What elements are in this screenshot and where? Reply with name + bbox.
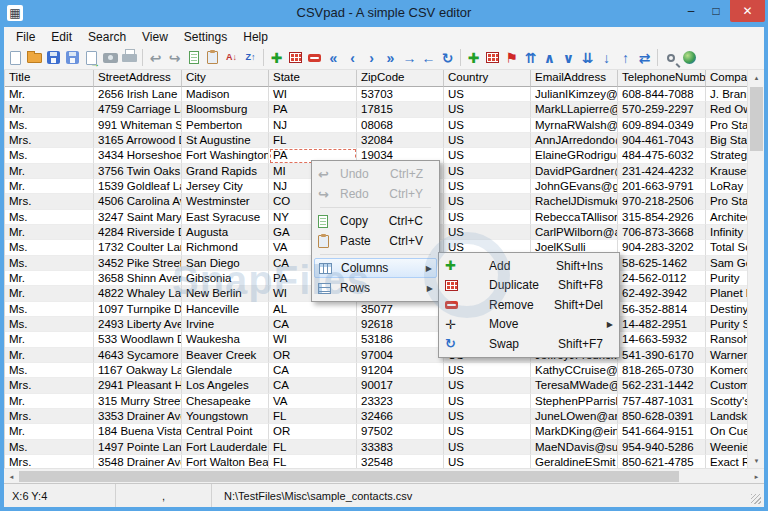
- column-header-country[interactable]: Country: [444, 70, 531, 87]
- swap-rows-icon[interactable]: ⇄: [635, 48, 654, 68]
- table-cell[interactable]: Pro Star: [706, 118, 747, 133]
- table-cell[interactable]: JuneLOwen@an: [531, 409, 618, 424]
- table-cell[interactable]: Warner E: [706, 348, 747, 363]
- table-cell[interactable]: Mrs.: [5, 133, 94, 148]
- table-cell[interactable]: OR: [269, 424, 357, 439]
- next-column-icon[interactable]: ›: [362, 48, 381, 68]
- table-cell[interactable]: 904-461-7043: [618, 133, 706, 148]
- table-cell[interactable]: US: [444, 210, 531, 225]
- table-cell[interactable]: Grand Rapids: [182, 164, 269, 179]
- column-header-emailaddress[interactable]: EmailAddress: [531, 70, 618, 87]
- table-cell[interactable]: 757-487-1031: [618, 394, 706, 409]
- table-cell[interactable]: 609-894-0349: [618, 118, 706, 133]
- table-cell[interactable]: AL: [269, 302, 357, 317]
- table-cell[interactable]: Mr.: [5, 424, 94, 439]
- scroll-right-icon[interactable]: ►: [749, 469, 764, 484]
- close-button[interactable]: ✕: [730, 0, 765, 22]
- table-cell[interactable]: 904-283-3202: [618, 240, 706, 255]
- table-cell[interactable]: Ms.: [5, 440, 94, 455]
- table-cell[interactable]: Mr.: [5, 179, 94, 194]
- table-cell[interactable]: 23323: [357, 394, 444, 409]
- table-cell[interactable]: 541-390-6170: [618, 348, 706, 363]
- table-cell[interactable]: Mr.: [5, 102, 94, 117]
- vertical-scroll-thumb[interactable]: [750, 87, 763, 151]
- table-cell[interactable]: 4506 Carolina Av: [94, 194, 182, 209]
- table-cell[interactable]: 991 Whiteman S: [94, 118, 182, 133]
- table-cell[interactable]: 954-940-5286: [618, 440, 706, 455]
- table-cell[interactable]: St Augustine: [182, 133, 269, 148]
- table-cell[interactable]: 184 Buena Vista: [94, 424, 182, 439]
- table-cell[interactable]: Ms.: [5, 118, 94, 133]
- table-cell[interactable]: Krauses: [706, 164, 747, 179]
- move-row-down-icon[interactable]: ↓: [597, 48, 616, 68]
- menu-item-swap[interactable]: ↻SwapShift+F7: [441, 334, 617, 354]
- save-icon[interactable]: [44, 48, 63, 68]
- table-cell[interactable]: Weenie I: [706, 440, 747, 455]
- column-header-zipcode[interactable]: ZipCode: [357, 70, 444, 87]
- table-cell[interactable]: Sam Go: [706, 256, 747, 271]
- table-cell[interactable]: 1097 Turnpike D: [94, 302, 182, 317]
- new-file-icon[interactable]: [6, 48, 25, 68]
- move-column-left-icon[interactable]: ←: [419, 48, 438, 68]
- table-cell[interactable]: Purity: [706, 271, 747, 286]
- table-cell[interactable]: Fort Lauderdale: [182, 440, 269, 455]
- table-cell[interactable]: FL: [269, 440, 357, 455]
- table-cell[interactable]: US: [444, 424, 531, 439]
- table-cell[interactable]: Mr.: [5, 394, 94, 409]
- table-cell[interactable]: 14-663-5932: [618, 332, 706, 347]
- table-cell[interactable]: Scotty's: [706, 394, 747, 409]
- table-cell[interactable]: 32548: [357, 455, 444, 468]
- add-row-icon[interactable]: ✚: [464, 48, 483, 68]
- table-cell[interactable]: Ms.: [5, 240, 94, 255]
- table-cell[interactable]: Destiny I: [706, 302, 747, 317]
- table-cell[interactable]: US: [444, 440, 531, 455]
- menu-item-duplicate[interactable]: DuplicateShift+F8: [441, 276, 617, 296]
- next-row-icon[interactable]: ∨: [559, 48, 578, 68]
- table-cell[interactable]: Ms.: [5, 317, 94, 332]
- table-cell[interactable]: Gibsonia: [182, 271, 269, 286]
- table-cell[interactable]: Ms.: [5, 148, 94, 163]
- table-cell[interactable]: New Berlin: [182, 286, 269, 301]
- copy-icon[interactable]: [184, 48, 203, 68]
- menu-settings[interactable]: Settings: [176, 28, 235, 46]
- table-cell[interactable]: 33383: [357, 440, 444, 455]
- duplicate-column-icon[interactable]: [286, 48, 305, 68]
- table-cell[interactable]: US: [444, 102, 531, 117]
- table-cell[interactable]: Red Owl: [706, 102, 747, 117]
- table-cell[interactable]: Mr.: [5, 87, 94, 102]
- maximize-button[interactable]: □: [704, 0, 728, 21]
- table-cell[interactable]: 1732 Coulter Lar: [94, 240, 182, 255]
- table-cell[interactable]: 231-424-4232: [618, 164, 706, 179]
- table-cell[interactable]: 570-259-2297: [618, 102, 706, 117]
- table-cell[interactable]: San Diego: [182, 256, 269, 271]
- table-cell[interactable]: Pro Star: [706, 194, 747, 209]
- swap-columns-icon[interactable]: ↻: [438, 48, 457, 68]
- table-cell[interactable]: CA: [269, 317, 357, 332]
- table-cell[interactable]: Madison: [182, 87, 269, 102]
- table-cell[interactable]: Ms.: [5, 302, 94, 317]
- table-cell[interactable]: US: [444, 409, 531, 424]
- table-cell[interactable]: Custom: [706, 378, 747, 393]
- column-header-streetaddress[interactable]: StreetAddress: [94, 70, 182, 87]
- table-cell[interactable]: MarkDKing@ein: [531, 424, 618, 439]
- table-cell[interactable]: Jersey City: [182, 179, 269, 194]
- menu-view[interactable]: View: [134, 28, 176, 46]
- table-cell[interactable]: Infinity In: [706, 225, 747, 240]
- column-header-company[interactable]: Company: [706, 70, 747, 87]
- table-cell[interactable]: US: [444, 133, 531, 148]
- table-cell[interactable]: 484-475-6032: [618, 148, 706, 163]
- table-cell[interactable]: 4643 Sycamore: [94, 348, 182, 363]
- table-cell[interactable]: 315 Murry Street: [94, 394, 182, 409]
- table-cell[interactable]: US: [444, 225, 531, 240]
- table-cell[interactable]: WI: [269, 87, 357, 102]
- menu-item-move[interactable]: ✛Move▶: [441, 315, 617, 335]
- scroll-up-icon[interactable]: ▲: [748, 70, 765, 85]
- table-cell[interactable]: Planet P: [706, 286, 747, 301]
- table-cell[interactable]: 970-218-2506: [618, 194, 706, 209]
- table-cell[interactable]: 2493 Liberty Ave: [94, 317, 182, 332]
- table-cell[interactable]: CA: [269, 363, 357, 378]
- table-cell[interactable]: 1497 Pointe Lan: [94, 440, 182, 455]
- table-cell[interactable]: KathyCCruise@: [531, 363, 618, 378]
- horizontal-scroll-thumb[interactable]: [19, 471, 679, 482]
- table-cell[interactable]: Glendale: [182, 363, 269, 378]
